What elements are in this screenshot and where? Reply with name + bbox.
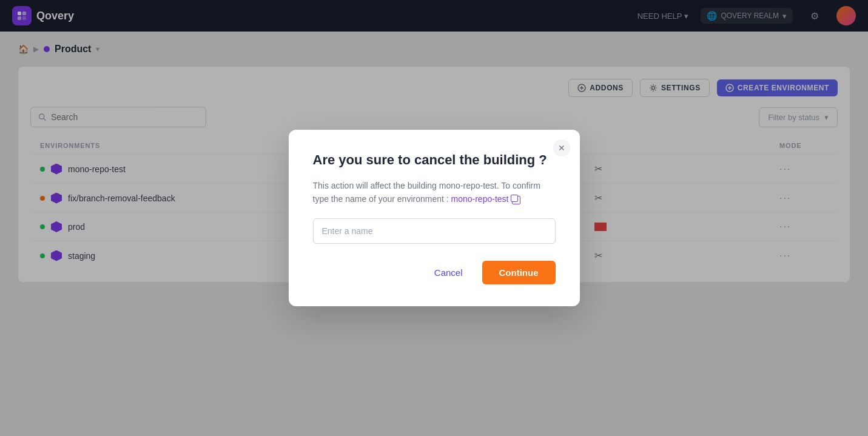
env-name-link[interactable]: mono-repo-test <box>451 194 521 204</box>
modal-overlay: ✕ Are you sure to cancel the building ? … <box>0 0 868 436</box>
modal-description: This action will affect the building mon… <box>313 179 556 206</box>
copy-icon[interactable] <box>512 196 520 204</box>
modal-title: Are you sure to cancel the building ? <box>313 152 556 169</box>
env-name-input[interactable] <box>313 218 556 244</box>
modal-close-button[interactable]: ✕ <box>553 139 570 156</box>
cancel-building-modal: ✕ Are you sure to cancel the building ? … <box>289 130 580 306</box>
modal-actions: Cancel Continue <box>313 261 556 284</box>
cancel-button[interactable]: Cancel <box>425 261 473 284</box>
continue-button[interactable]: Continue <box>482 261 556 284</box>
